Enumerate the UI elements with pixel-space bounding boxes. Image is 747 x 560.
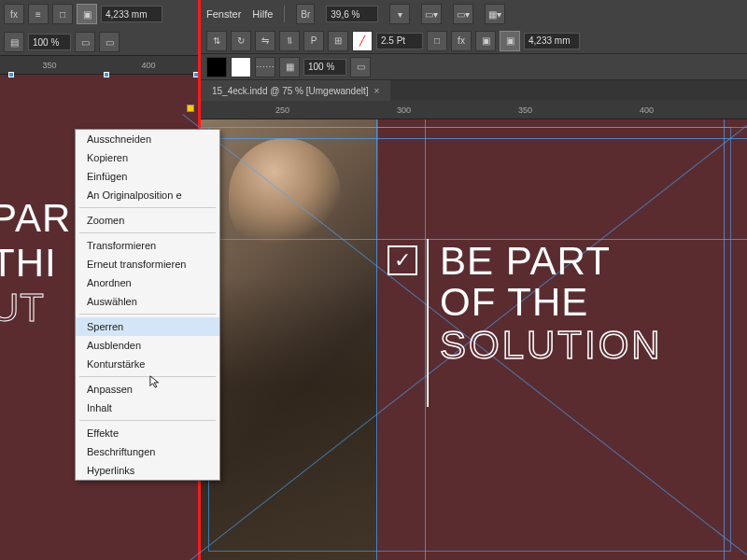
checkbox-graphic: ✓ — [388, 245, 417, 275]
flip-h-icon[interactable]: ⇋ — [255, 31, 275, 51]
guide-v[interactable] — [376, 119, 377, 560]
wrap-icon-2[interactable]: ▣ — [475, 31, 496, 51]
menu-hilfe[interactable]: Hilfe — [252, 8, 273, 20]
menu-bar: Fenster Hilfe Br 39,6 % ▾ ▭▾ ▭▾ ▦▾ — [201, 0, 747, 28]
ctx-cut[interactable]: Ausschneiden — [76, 130, 219, 148]
ctx-fit[interactable]: Anpassen — [76, 380, 219, 399]
ruler-tick: 400 — [141, 61, 155, 70]
ctx-zoom[interactable]: Zoomen — [76, 211, 219, 230]
right-ruler: 250 300 350 400 — [201, 101, 747, 119]
tab-bar: 15_4eck.indd @ 75 % [Umgewandelt] × — [201, 80, 747, 101]
arrange-icon[interactable]: ▦▾ — [485, 4, 505, 24]
right-canvas[interactable]: ✓ BE PART OF THE SOLUTION — [201, 119, 747, 560]
ruler-tick: 350 — [42, 61, 56, 70]
stroke-swatch-icon[interactable] — [231, 57, 251, 77]
headline-fragment: PAR — [0, 196, 71, 241]
headline-line-2: OF THE — [440, 280, 663, 325]
dots-icon[interactable]: ⋯⋯ — [255, 57, 275, 77]
ruler-tick: 400 — [640, 105, 654, 115]
headline-line-3: SOLUTION — [440, 323, 663, 368]
close-icon[interactable]: × — [374, 86, 379, 96]
ctx-arrange[interactable]: Anordnen — [76, 273, 219, 292]
chevron-down-icon[interactable]: ▾ — [389, 4, 410, 24]
ruler-tick: 350 — [518, 105, 532, 115]
layers-icon[interactable]: ▤ — [4, 32, 24, 52]
corner-icon[interactable]: □ — [427, 31, 447, 51]
headline-text[interactable]: BE PART OF THE SOLUTION — [440, 239, 663, 368]
dim-field-right[interactable]: 4,233 mm — [524, 33, 580, 49]
rotate-icon[interactable]: ↻ — [231, 31, 251, 51]
link-icon[interactable]: ⇅ — [206, 31, 227, 51]
headline-fragment: UT — [0, 286, 71, 330]
right-panel: Fenster Hilfe Br 39,6 % ▾ ▭▾ ▭▾ ▦▾ ⇅ ↻ ⇋… — [201, 0, 747, 560]
fx-icon[interactable]: fx — [4, 4, 24, 24]
ctx-copy[interactable]: Kopieren — [76, 148, 219, 167]
para-icon[interactable]: P — [303, 31, 324, 51]
selection-handles[interactable] — [11, 75, 196, 91]
guide-v[interactable] — [425, 119, 426, 560]
ctx-paste-in-place[interactable]: An Originalposition e — [76, 186, 219, 204]
document-tab[interactable]: 15_4eck.indd @ 75 % [Umgewandelt] × — [201, 80, 390, 101]
view-mode-icon[interactable]: ▭▾ — [421, 4, 442, 24]
headline-line-1: BE PART — [440, 239, 663, 284]
ctx-select[interactable]: Auswählen — [76, 292, 219, 311]
screen-mode-icon[interactable]: ▭▾ — [453, 4, 473, 24]
ruler-tick: 300 — [397, 105, 411, 115]
menu-fenster[interactable]: Fenster — [206, 8, 241, 20]
zoom-field-right[interactable]: 100 % — [303, 59, 346, 76]
fx-icon-2[interactable]: fx — [451, 31, 472, 51]
ctx-transform-again[interactable]: Erneut transformieren — [76, 255, 219, 273]
anchor-point-icon[interactable] — [187, 105, 194, 112]
app-zoom[interactable]: 39,6 % — [326, 6, 378, 22]
ctx-content[interactable]: Inhalt — [76, 399, 219, 417]
divider-line — [427, 239, 429, 407]
stroke-none-icon[interactable]: ╱ — [352, 31, 373, 51]
tab-title: 15_4eck.indd @ 75 % [Umgewandelt] — [212, 86, 368, 96]
ctx-paste[interactable]: Einfügen — [76, 167, 219, 186]
ctx-effects[interactable]: Effekte — [76, 424, 219, 442]
guide-h[interactable] — [201, 138, 747, 139]
control-bar-1: ⇅ ↻ ⇋ ⥮ P ⊞ ╱ 2.5 Pt □ fx ▣ ▣ 4,233 mm — [201, 28, 747, 54]
align-group-icon[interactable]: ⊞ — [328, 31, 348, 51]
align-icon[interactable]: ≡ — [28, 4, 49, 24]
bounds-icon-2[interactable]: ▣ — [500, 31, 520, 51]
ruler-tick: 250 — [275, 105, 289, 115]
ctx-stroke-weight[interactable]: Konturstärke — [76, 355, 219, 373]
ctx-transform[interactable]: Transformieren — [76, 236, 219, 255]
headline-fragment: THI — [0, 241, 71, 286]
ctx-captions[interactable]: Beschriftungen — [76, 442, 219, 461]
guide-v[interactable] — [724, 119, 725, 560]
fill-swatch-icon[interactable] — [206, 57, 227, 77]
left-headline: PAR THI UT — [0, 196, 71, 330]
ctx-lock[interactable]: Sperren — [76, 317, 219, 336]
stroke-weight[interactable]: 2.5 Pt — [376, 33, 423, 49]
context-menu: Ausschneiden Kopieren Einfügen An Origin… — [75, 129, 220, 481]
cursor-icon — [149, 375, 162, 391]
grid-icon[interactable]: ▦ — [279, 57, 300, 77]
left-toolbar: fx ≡ □ ▣ 4,233 mm ▤ 100 % ▭ ▭ — [0, 0, 198, 56]
left-ruler: 350 400 — [0, 56, 198, 75]
bounds-icon[interactable]: ▣ — [77, 4, 97, 24]
ctx-hyperlinks[interactable]: Hyperlinks — [76, 461, 219, 480]
ctx-hide[interactable]: Ausblenden — [76, 336, 219, 355]
wrap-icon[interactable]: □ — [52, 4, 73, 24]
dim-field-left[interactable]: 4,233 mm — [101, 6, 162, 22]
bridge-icon[interactable]: Br — [296, 4, 315, 24]
view-icon-2[interactable]: ▭ — [350, 57, 371, 77]
view-icon[interactable]: ▭ — [75, 32, 95, 52]
control-bar-2: ⋯⋯ ▦ 100 % ▭ — [201, 54, 747, 80]
screen-icon[interactable]: ▭ — [99, 32, 120, 52]
flip-v-icon[interactable]: ⥮ — [279, 31, 300, 51]
zoom-field-left[interactable]: 100 % — [28, 34, 71, 50]
guide-h[interactable] — [201, 127, 747, 128]
